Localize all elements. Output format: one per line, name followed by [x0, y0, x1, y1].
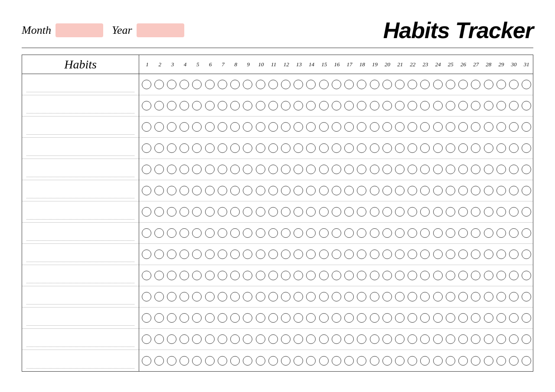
habit-circle[interactable] — [205, 313, 215, 323]
habit-circle[interactable] — [218, 207, 227, 217]
habit-circle[interactable] — [180, 228, 189, 238]
habit-circle[interactable] — [370, 249, 379, 259]
habit-circle[interactable] — [142, 271, 151, 280]
habit-circle[interactable] — [382, 101, 392, 110]
habit-circle[interactable] — [281, 228, 291, 238]
habit-circle[interactable] — [522, 186, 531, 195]
habit-circle[interactable] — [344, 334, 354, 344]
habit-circle[interactable] — [319, 313, 329, 323]
habit-circle[interactable] — [471, 271, 480, 280]
habit-circle[interactable] — [306, 292, 316, 301]
habit-circle[interactable] — [522, 334, 531, 344]
habit-circle[interactable] — [509, 313, 519, 323]
habit-circle[interactable] — [142, 165, 151, 174]
habit-circle[interactable] — [395, 292, 405, 301]
habit-circle[interactable] — [357, 356, 366, 366]
habit-circle[interactable] — [382, 143, 392, 153]
habit-circle[interactable] — [420, 271, 430, 280]
habit-circle[interactable] — [268, 122, 278, 132]
habit-circle[interactable] — [408, 143, 417, 153]
habit-circle[interactable] — [180, 186, 189, 195]
habit-circle[interactable] — [256, 80, 265, 89]
habit-circle[interactable] — [420, 101, 430, 110]
habit-circle[interactable] — [420, 356, 430, 366]
habit-circle[interactable] — [522, 313, 531, 323]
habit-circle[interactable] — [167, 249, 176, 259]
habit-circle[interactable] — [370, 292, 379, 301]
habit-circle[interactable] — [344, 101, 354, 110]
habit-circle[interactable] — [446, 186, 455, 195]
habit-circle[interactable] — [408, 80, 417, 89]
habit-circle[interactable] — [357, 80, 366, 89]
habit-circle[interactable] — [154, 292, 164, 301]
habit-circle[interactable] — [458, 292, 468, 301]
habit-circle[interactable] — [205, 292, 215, 301]
habit-circle[interactable] — [370, 101, 379, 110]
habit-row[interactable] — [22, 244, 139, 265]
habit-circle[interactable] — [522, 143, 531, 153]
habit-circle[interactable] — [319, 249, 329, 259]
habit-circle[interactable] — [446, 122, 455, 132]
habit-circle[interactable] — [332, 292, 341, 301]
habit-circle[interactable] — [446, 249, 455, 259]
habit-circle[interactable] — [319, 207, 329, 217]
habit-circle[interactable] — [446, 228, 455, 238]
habit-circle[interactable] — [484, 143, 493, 153]
habit-circle[interactable] — [408, 356, 417, 366]
habit-circle[interactable] — [192, 292, 202, 301]
habit-circle[interactable] — [370, 80, 379, 89]
habit-circle[interactable] — [180, 292, 189, 301]
habit-circle[interactable] — [294, 228, 303, 238]
habit-circle[interactable] — [256, 143, 265, 153]
habit-circle[interactable] — [230, 122, 240, 132]
habit-circle[interactable] — [230, 143, 240, 153]
habit-circle[interactable] — [484, 101, 493, 110]
habit-circle[interactable] — [306, 165, 316, 174]
habit-circle[interactable] — [142, 228, 151, 238]
habit-circle[interactable] — [332, 249, 341, 259]
habit-circle[interactable] — [268, 271, 278, 280]
habit-circle[interactable] — [446, 292, 455, 301]
habit-circle[interactable] — [319, 80, 329, 89]
habit-circle[interactable] — [192, 80, 202, 89]
habit-circle[interactable] — [370, 165, 379, 174]
habit-circle[interactable] — [382, 313, 392, 323]
habit-circle[interactable] — [230, 186, 240, 195]
habit-circle[interactable] — [395, 249, 405, 259]
habit-circle[interactable] — [484, 165, 493, 174]
habit-circle[interactable] — [306, 313, 316, 323]
habit-circle[interactable] — [395, 101, 405, 110]
habit-circle[interactable] — [420, 249, 430, 259]
habit-circle[interactable] — [408, 271, 417, 280]
habit-circle[interactable] — [167, 292, 176, 301]
habit-circle[interactable] — [382, 356, 392, 366]
habit-circle[interactable] — [154, 80, 164, 89]
habit-circle[interactable] — [420, 186, 430, 195]
habit-circle[interactable] — [154, 165, 164, 174]
habit-circle[interactable] — [306, 101, 316, 110]
habit-circle[interactable] — [205, 228, 215, 238]
habit-row[interactable] — [22, 95, 139, 117]
habit-circle[interactable] — [332, 143, 341, 153]
habit-circle[interactable] — [268, 143, 278, 153]
habit-circle[interactable] — [294, 207, 303, 217]
habit-circle[interactable] — [408, 122, 417, 132]
habit-circle[interactable] — [180, 80, 189, 89]
habit-circle[interactable] — [332, 334, 341, 344]
habit-circle[interactable] — [192, 356, 202, 366]
habit-circle[interactable] — [142, 101, 151, 110]
habit-circle[interactable] — [281, 249, 291, 259]
habit-circle[interactable] — [484, 356, 493, 366]
habit-circle[interactable] — [306, 122, 316, 132]
habit-circle[interactable] — [420, 165, 430, 174]
habit-row[interactable] — [22, 223, 139, 244]
habit-circle[interactable] — [522, 249, 531, 259]
habit-row[interactable] — [22, 329, 139, 350]
habit-circle[interactable] — [357, 165, 366, 174]
habit-circle[interactable] — [471, 334, 480, 344]
habit-circle[interactable] — [205, 249, 215, 259]
habit-circle[interactable] — [446, 313, 455, 323]
habit-circle[interactable] — [154, 143, 164, 153]
habit-circle[interactable] — [357, 101, 366, 110]
habit-circle[interactable] — [243, 207, 252, 217]
